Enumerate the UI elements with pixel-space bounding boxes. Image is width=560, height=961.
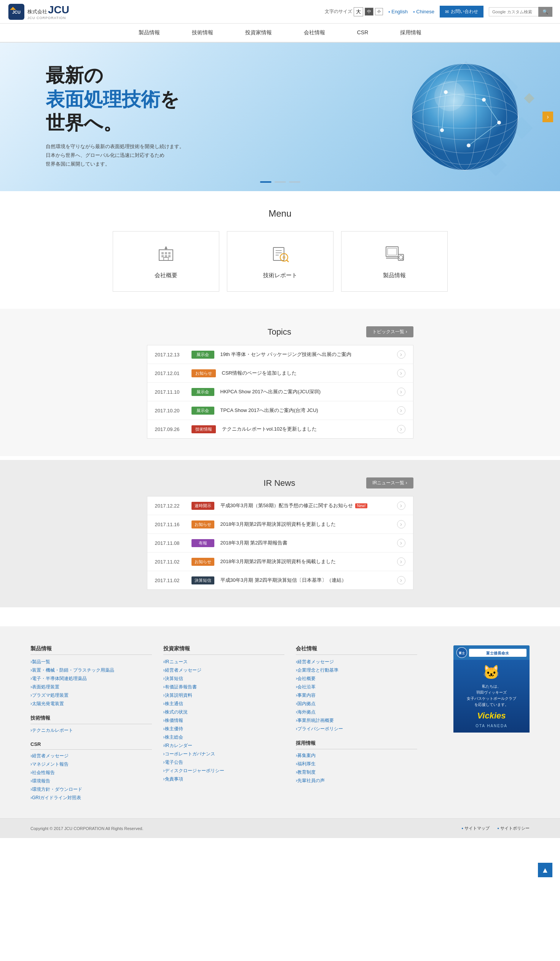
menu-card-products[interactable]: 製品情報 [341,231,448,292]
nav-link-investor[interactable]: 投資家情報 [229,24,288,42]
ir-tag-4[interactable]: お知らせ [191,558,214,566]
footer-link-products-4[interactable]: ›表面処理装置 [30,684,152,690]
topic-arrow-5[interactable]: › [397,425,406,433]
footer-policy-link[interactable]: ●サイトポリシー [497,826,530,831]
footer-link-co-8[interactable]: ›事業所統計画概要 [296,717,417,724]
search-input[interactable] [489,7,538,16]
footer-link-products-3[interactable]: ›電子・半導体関連処理薬品 [30,675,152,682]
footer-sitemap-link[interactable]: ●サイトマップ [461,826,489,831]
menu-card-company[interactable]: 会社概要 [113,231,219,292]
footer-link-co-9[interactable]: ›プライバシーポリシー [296,726,417,732]
hero-dot-1[interactable] [260,181,271,183]
footer-link-tech-1[interactable]: ›テクニカルレポート [30,727,152,734]
ir-tag-3[interactable]: 有報 [191,539,214,547]
hero-dot-3[interactable] [289,181,300,183]
footer-link-csr-4[interactable]: ›環境報告 [30,778,152,784]
footer-col-banner: 富士 富士後長命水 🐱 私たちは、羽田ヴィッキーズ女子バスケットボールクラブを応… [428,645,530,803]
menu-card-tech[interactable]: 技術レポート [227,231,334,292]
footer-link-products-2[interactable]: ›装置・機械・防錆・プラスチック用薬品 [30,667,152,673]
footer-link-inv-11[interactable]: ›IRカレンダー [163,742,285,749]
font-large-btn[interactable]: 大 [354,7,363,16]
topic-arrow-4[interactable]: › [397,406,406,415]
footer-link-inv-9[interactable]: ›株主優待 [163,726,285,732]
ir-item-4: 2017.11.02 お知らせ 2018年3月期第2四半期決算説明資料を掲載しま… [147,553,413,571]
footer-link-products-5[interactable]: ›プラズマ処理装置 [30,692,152,699]
nav-item-investor[interactable]: 投資家情報 [229,24,288,42]
footer-link-co-5[interactable]: ›事業内容 [296,692,417,699]
topics-more-button[interactable]: トピックス一覧 › [366,326,413,337]
footer-link-inv-3[interactable]: ›決算短信 [163,675,285,682]
ir-arrow-4[interactable]: › [397,558,406,566]
footer-link-inv-8[interactable]: ›株価情報 [163,717,285,724]
topic-tag-5[interactable]: 技術情報 [191,425,216,433]
font-small-btn[interactable]: 小 [375,8,383,15]
nav-item-recruit[interactable]: 採用情報 [384,24,437,42]
ir-arrow-5[interactable]: › [397,576,406,585]
footer-link-co-2[interactable]: ›企業理念と行動基準 [296,667,417,673]
footer-link-rec-3[interactable]: ›教育制度 [296,769,417,776]
footer-link-inv-13[interactable]: ›電子公告 [163,759,285,766]
topic-tag-3[interactable]: 展示会 [191,388,214,396]
footer-link-rec-2[interactable]: ›福利厚生 [296,761,417,767]
ir-more-button[interactable]: IRニュース一覧 › [366,477,413,489]
topic-text-1: 19th 半導体・センサ パッケージング技術展へ出展のご案内 [220,351,391,358]
nav-item-tech[interactable]: 技術情報 [176,24,229,42]
svg-point-25 [497,121,501,124]
footer-link-co-6[interactable]: ›国内拠点 [296,701,417,707]
vickies-banner[interactable]: 富士 富士後長命水 🐱 私たちは、羽田ヴィッキーズ女子バスケットボールクラブを応… [453,645,530,733]
footer-link-inv-10[interactable]: ›株主総会 [163,734,285,741]
footer-link-inv-7[interactable]: ›株式の状況 [163,709,285,715]
search-button[interactable]: 🔍 [538,7,552,17]
topic-arrow-1[interactable]: › [397,350,406,359]
hero-dot-2[interactable] [274,181,286,183]
hero-next-arrow[interactable]: › [542,112,553,122]
contact-button[interactable]: ✉ お問い合わせ [440,6,483,18]
footer-link-csr-2[interactable]: ›マネジメント報告 [30,761,152,768]
nav-item-company[interactable]: 会社情報 [288,24,341,42]
topic-tag-2[interactable]: お知らせ [191,369,216,377]
footer-link-inv-1[interactable]: ›IRニュース [163,659,285,665]
lang-chinese[interactable]: ● Chinese [413,9,434,14]
nav-item-products[interactable]: 製品情報 [123,24,176,42]
footer-link-rec-4[interactable]: ›先輩社員の声 [296,778,417,784]
svg-rect-32 [168,252,170,254]
footer-link-inv-5[interactable]: ›決算説明資料 [163,692,285,699]
lang-english[interactable]: ● English [388,9,408,14]
topic-tag-4[interactable]: 展示会 [191,407,214,415]
footer-link-inv-12[interactable]: ›コーポレートガバナンス [163,751,285,757]
footer-link-co-7[interactable]: ›海外拠点 [296,709,417,715]
footer-link-co-3[interactable]: ›会社概要 [296,675,417,682]
menu-section: Menu 会社概要 [0,191,560,309]
nav-link-csr[interactable]: CSR [341,24,385,41]
footer-link-products-6[interactable]: ›太陽光発電装置 [30,701,152,707]
footer-link-inv-2[interactable]: ›経営者メッセージ [163,667,285,673]
nav-link-company[interactable]: 会社情報 [288,24,341,42]
font-medium-btn[interactable]: 中 [365,8,374,16]
footer-link-inv-14[interactable]: ›ディスクロージャーポリシー [163,768,285,774]
ir-tag-1[interactable]: 速時開示 [191,502,214,510]
footer-link-inv-6[interactable]: ›株主通信 [163,701,285,707]
footer-link-rec-1[interactable]: ›募集案内 [296,752,417,759]
nav-item-csr[interactable]: CSR [341,24,385,42]
footer-link-csr-3[interactable]: ›社会性報告 [30,770,152,776]
nav-link-recruit[interactable]: 採用情報 [384,24,437,42]
nav-link-products[interactable]: 製品情報 [123,24,176,42]
nav-link-tech[interactable]: 技術情報 [176,24,229,42]
ir-arrow-1[interactable]: › [397,501,406,510]
ir-arrow-2[interactable]: › [397,520,406,529]
footer-link-products-1[interactable]: ›製品一覧 [30,659,152,665]
ir-tag-2[interactable]: お知らせ [191,521,214,529]
footer-link-csr-6[interactable]: ›GRIガイドライン対照表 [30,795,152,801]
lang-en-dot: ● [388,10,390,14]
footer-link-csr-1[interactable]: ›経営者メッセージ [30,753,152,759]
footer-link-inv-4[interactable]: ›有価証券報告書 [163,684,285,690]
footer-link-inv-15[interactable]: ›免責事項 [163,776,285,783]
ir-arrow-3[interactable]: › [397,539,406,547]
topic-arrow-3[interactable]: › [397,387,406,396]
footer-link-co-4[interactable]: ›会社沿革 [296,684,417,690]
footer-link-co-1[interactable]: ›経営者メッセージ [296,659,417,665]
ir-tag-5[interactable]: 決算短信 [191,577,214,585]
topic-arrow-2[interactable]: › [397,369,406,377]
footer-link-csr-5[interactable]: ›環境方針・ダウンロード [30,786,152,793]
topic-tag-1[interactable]: 展示会 [191,351,214,359]
